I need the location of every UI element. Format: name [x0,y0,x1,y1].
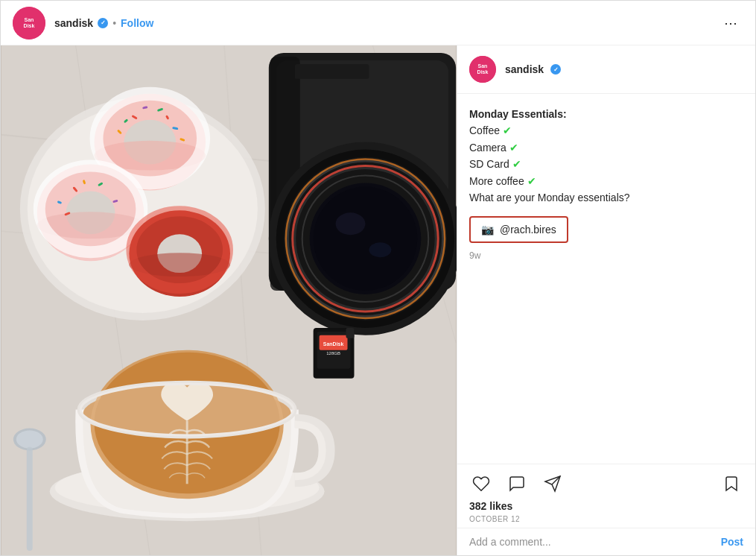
caption-logo-text: SanDisk [477,63,489,75]
post-date: OCTOBER 12 [469,515,743,523]
more-options-button[interactable]: ⋯ [718,12,743,34]
header-avatar: SanDisk [13,7,45,40]
bookmark-icon [722,475,740,493]
caption-line-5: What are your Monday essentials? [469,192,630,203]
caption-timestamp: 9w [469,250,743,261]
camera-icon: 📷 [481,224,494,236]
post-right-panel: SanDisk sandisk ✓ Monday Essentials: [457,45,755,555]
caption-line-3: SD Card ✔ [469,158,521,170]
header-logo-text: SanDisk [24,17,35,28]
post-header: SanDisk sandisk ✓ • Follow ⋯ [1,1,755,45]
comment-icon [508,475,526,493]
like-button[interactable] [469,472,493,496]
likes-count: 382 likes [469,500,743,512]
svg-rect-36 [27,446,33,551]
caption-title: Monday Essentials: [469,108,567,120]
caption-line-1: Coffee ✔ [469,124,512,136]
comment-input[interactable] [469,536,715,548]
caption-verified-icon: ✓ [550,64,561,75]
caption-area: Monday Essentials: Coffee ✔ Camera ✔ SD … [457,94,755,464]
share-icon [544,475,562,493]
caption-avatar: SanDisk [469,56,496,83]
caption-author-info: sandisk ✓ [505,63,743,75]
photo-credit-box[interactable]: 📷 @rach.bires [469,216,568,243]
comment-area: Post [457,528,755,555]
post-image-area: SanDisk 128GB [1,45,457,555]
svg-text:128GB: 128GB [326,351,340,356]
post-image: SanDisk 128GB [1,45,457,555]
svg-point-49 [369,242,391,257]
svg-point-48 [336,212,366,235]
svg-rect-58 [346,328,355,338]
svg-rect-51 [295,64,369,79]
heart-icon [472,475,490,493]
header-dot: • [112,17,116,29]
svg-point-65 [80,383,295,437]
svg-point-47 [314,186,418,291]
header-verified-icon: ✓ [98,18,108,28]
follow-button[interactable]: Follow [121,17,153,29]
header-info: sandisk ✓ • Follow [54,17,718,29]
post-container: SanDisk sandisk ✓ • Follow ⋯ [0,0,756,556]
header-username[interactable]: sandisk [54,17,93,29]
caption-line-2: Camera ✔ [469,142,518,154]
comment-button[interactable] [505,472,529,496]
header-username-row: sandisk ✓ • Follow [54,17,718,29]
caption-username[interactable]: sandisk [505,63,544,75]
svg-point-35 [16,430,43,448]
bookmark-button[interactable] [720,472,743,496]
post-actions: 382 likes OCTOBER 12 [457,464,755,528]
post-comment-button[interactable]: Post [721,536,743,548]
share-button[interactable] [541,472,565,496]
svg-text:SanDisk: SanDisk [323,341,344,347]
caption-line-4: More coffee ✔ [469,175,536,187]
post-body: SanDisk 128GB [1,45,755,555]
caption-text-block: Monday Essentials: Coffee ✔ Camera ✔ SD … [469,106,743,206]
photo-credit-username[interactable]: @rach.bires [500,224,556,236]
action-icons-row [469,472,743,496]
caption-author-header: SanDisk sandisk ✓ [457,45,755,94]
